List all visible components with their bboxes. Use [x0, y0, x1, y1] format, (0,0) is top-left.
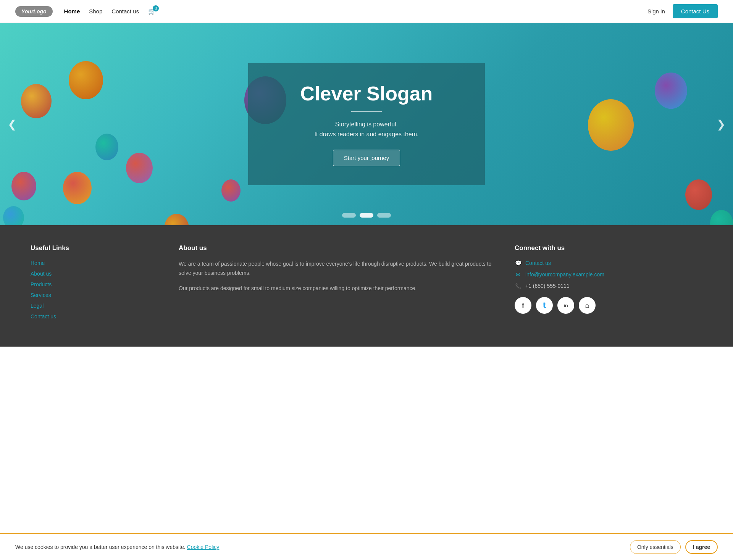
balloon-6 [95, 134, 118, 160]
footer-connect-col: Connect with us 💬 Contact us ✉ info@your… [515, 244, 702, 324]
balloon-8 [164, 214, 189, 225]
social-icons: f 𝕥 in ⌂ [515, 297, 702, 314]
phone-icon: 📞 [515, 282, 521, 289]
balloon-7 [126, 153, 153, 183]
balloon-5 [63, 172, 92, 204]
about-text-1: We are a team of passionate people whose… [179, 260, 492, 278]
connect-title: Connect with us [515, 244, 702, 252]
nav-home[interactable]: Home [64, 8, 80, 15]
connect-contact-link[interactable]: Contact us [525, 260, 551, 266]
connect-email: ✉ info@yourcompany.example.com [515, 271, 702, 278]
footer-link-contact[interactable]: Contact us [31, 313, 156, 320]
balloon-10 [588, 99, 634, 151]
balloon-1 [21, 84, 52, 118]
connect-email-link[interactable]: info@yourcompany.example.com [525, 271, 604, 278]
cart-icon[interactable]: 🛒 0 [148, 8, 156, 15]
footer-about-col: About us We are a team of passionate peo… [179, 244, 492, 324]
dot-1[interactable] [342, 213, 356, 218]
contact-us-header-button[interactable]: Contact Us [673, 4, 718, 18]
linkedin-icon[interactable]: in [557, 297, 574, 314]
hero-divider [351, 111, 382, 112]
about-text-2: Our products are designed for small to m… [179, 284, 492, 293]
hero-subtitle: Storytelling is powerful. It draws reade… [271, 119, 462, 139]
balloon-2 [11, 172, 36, 200]
useful-links-title: Useful Links [31, 244, 156, 252]
nav-shop[interactable]: Shop [89, 8, 102, 15]
sign-in-link[interactable]: Sign in [647, 8, 665, 15]
nav-contact[interactable]: Contact us [111, 8, 139, 15]
hero-cta-button[interactable]: Start your journey [333, 150, 400, 166]
chat-icon: 💬 [515, 260, 521, 266]
hero-dots [342, 213, 391, 218]
hero-overlay: Clever Slogan Storytelling is powerful. … [248, 63, 485, 185]
footer-link-products[interactable]: Products [31, 281, 156, 288]
footer-link-about[interactable]: About us [31, 270, 156, 277]
footer-useful-links-col: Useful Links Home About us Products Serv… [31, 244, 156, 324]
cart-badge: 0 [153, 5, 159, 11]
connect-phone: 📞 +1 (650) 555-0111 [515, 282, 702, 289]
logo: YourLogo [15, 6, 53, 17]
header-right: Sign in Contact Us [647, 4, 718, 18]
balloon-4 [69, 61, 103, 99]
footer-link-home[interactable]: Home [31, 260, 156, 266]
useful-links-list: Home About us Products Services Legal Co… [31, 260, 156, 320]
email-icon: ✉ [515, 271, 521, 278]
balloon-3 [3, 206, 24, 225]
dot-2[interactable] [360, 213, 373, 218]
hero-next-button[interactable]: ❯ [717, 118, 725, 131]
hero-title: Clever Slogan [271, 82, 462, 105]
balloon-12 [710, 210, 733, 225]
hero-section: ❮ Clever Slogan Storytelling is powerful… [0, 23, 733, 225]
footer-link-legal[interactable]: Legal [31, 302, 156, 309]
about-title: About us [179, 244, 492, 252]
home-icon[interactable]: ⌂ [579, 297, 596, 314]
balloon-9 [655, 73, 687, 109]
connect-contact: 💬 Contact us [515, 260, 702, 266]
twitter-icon[interactable]: 𝕥 [536, 297, 553, 314]
hero-prev-button[interactable]: ❮ [8, 118, 16, 131]
dot-3[interactable] [377, 213, 391, 218]
balloon-center [221, 179, 241, 202]
footer-link-services[interactable]: Services [31, 292, 156, 299]
main-nav: Home Shop Contact us 🛒 0 [64, 8, 156, 15]
facebook-icon[interactable]: f [515, 297, 531, 314]
balloon-11 [685, 179, 712, 210]
footer: Useful Links Home About us Products Serv… [0, 225, 733, 347]
connect-phone-text: +1 (650) 555-0111 [525, 283, 570, 289]
header-left: YourLogo Home Shop Contact us 🛒 0 [15, 6, 156, 17]
header: YourLogo Home Shop Contact us 🛒 0 Sign i… [0, 0, 733, 23]
